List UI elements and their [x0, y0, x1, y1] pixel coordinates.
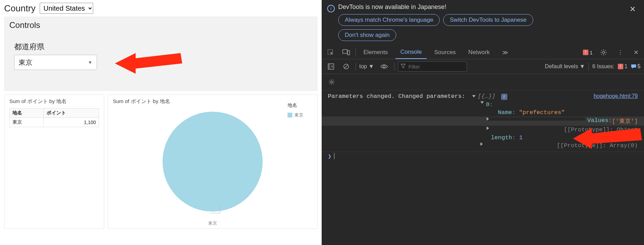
issues-label: 6 Issues: [592, 63, 614, 70]
svg-line-8 [344, 65, 348, 68]
expand-right-icon[interactable] [480, 142, 555, 146]
pie-caption: 東京 [208, 220, 217, 226]
info-icon: i [327, 5, 335, 12]
svg-rect-2 [343, 50, 347, 53]
message-icon [631, 64, 636, 69]
divider [394, 63, 394, 70]
table-header-name: 地名 [10, 109, 44, 118]
console-expand-row[interactable]: 0: [322, 101, 644, 109]
console-message-row: Parameters changed. Changed parameters: … [322, 92, 644, 101]
console-output[interactable]: Parameters changed. Changed parameters: … [322, 90, 644, 245]
info-banner-text: DevTools is now available in Japanese! [338, 3, 623, 11]
filter-icon [401, 64, 406, 69]
close-icon[interactable]: ✕ [627, 3, 638, 15]
devtools-close-icon[interactable]: ✕ [631, 47, 641, 58]
issues-indicator[interactable]: 6 Issues: !1 5 [592, 63, 641, 70]
device-icon[interactable] [340, 47, 353, 58]
pie-card: Sum of ポイント by 地名 東京 地名 東京 [108, 94, 318, 229]
country-row: Country United States [0, 0, 322, 16]
pie-title: Sum of ポイント by 地名 [113, 98, 312, 105]
switch-japanese-button[interactable]: Switch DevTools to Japanese [443, 14, 533, 26]
table-title: Sum of ポイント by 地名 [9, 98, 99, 105]
legend-label: 東京 [294, 112, 303, 118]
sidebar-toggle-icon[interactable] [325, 61, 337, 72]
tab-sources[interactable]: Sources [429, 46, 460, 59]
pie-legend: 地名 東京 [287, 102, 303, 118]
context-selector[interactable]: top ▼ [359, 63, 374, 70]
tab-elements[interactable]: Elements [359, 46, 393, 59]
divider [355, 63, 356, 70]
pie-leader-line [211, 204, 220, 213]
cell-name: 東京 [10, 118, 44, 127]
clear-console-icon[interactable] [340, 61, 352, 72]
console-prompt[interactable]: ❯ [322, 152, 644, 161]
expand-right-icon[interactable] [487, 126, 562, 130]
pie-chart [163, 112, 263, 212]
visuals-row: Sum of ポイント by 地名 地名 ポイント 東京 1,100 Sum o… [4, 94, 318, 229]
prefecture-dropdown[interactable]: 東京 ▼ [14, 55, 97, 70]
cell-points: 1,100 [43, 118, 99, 127]
console-proto-row[interactable]: [[Prototype]]: Array(0) [322, 142, 644, 150]
error-icon: ! [618, 64, 623, 69]
table-card: Sum of ポイント by 地名 地名 ポイント 東京 1,100 [4, 94, 104, 229]
console-settings-row [322, 74, 644, 90]
legend-swatch [287, 113, 292, 118]
chevron-down-icon: ▼ [88, 60, 92, 65]
svg-point-4 [603, 51, 605, 53]
controls-title: Controls [4, 17, 317, 32]
console-proto-row[interactable]: [[Prototype]]: Object [322, 126, 644, 134]
prefecture-value: 東京 [19, 58, 32, 67]
info-icon[interactable]: i [501, 94, 507, 100]
expand-down-icon[interactable] [480, 101, 484, 104]
pie-wrap [113, 108, 312, 218]
expand-right-icon[interactable] [487, 117, 585, 121]
table-row: 東京 1,100 [10, 118, 99, 127]
svg-point-10 [331, 81, 332, 83]
prefecture-control: 都道府県 東京 ▼ [14, 42, 317, 70]
eye-icon[interactable] [378, 62, 391, 71]
info-content: DevTools is now available in Japanese! A… [338, 3, 623, 44]
legend-item: 東京 [287, 112, 303, 118]
tab-network[interactable]: Network [464, 46, 495, 59]
dont-show-button[interactable]: Don't show again [338, 29, 396, 41]
gear-icon[interactable] [597, 47, 610, 58]
controls-panel: Controls 都道府県 東京 ▼ [4, 17, 318, 91]
console-prop-row-highlighted[interactable]: Values: ['東京'] [322, 116, 644, 126]
devtools-panel: i DevTools is now available in Japanese!… [322, 0, 644, 245]
prefecture-label: 都道府県 [14, 42, 317, 52]
cursor [334, 153, 334, 159]
tab-more[interactable]: ≫ [497, 46, 513, 59]
expand-down-icon[interactable] [472, 95, 476, 98]
error-indicator[interactable]: ! 1 [583, 50, 593, 55]
error-count: 1 [590, 50, 593, 55]
always-match-button[interactable]: Always match Chrome's language [338, 14, 440, 26]
inspect-icon[interactable] [324, 47, 337, 58]
console-prop-row: length: 1 [322, 134, 644, 142]
table-header-points: ポイント [43, 109, 99, 118]
divider [588, 63, 589, 70]
svg-point-9 [383, 65, 385, 68]
gear-icon[interactable] [326, 77, 640, 87]
divider [355, 49, 356, 56]
legend-title: 地名 [287, 102, 303, 109]
devtools-tabs: Elements Console Sources Network ≫ ! 1 ⋮… [322, 44, 644, 59]
svg-rect-3 [348, 51, 350, 55]
tab-console[interactable]: Console [396, 46, 427, 59]
devtools-info-bar: i DevTools is now available in Japanese!… [322, 0, 644, 44]
data-table: 地名 ポイント 東京 1,100 [9, 108, 99, 127]
filter-input[interactable] [398, 61, 467, 72]
console-toolbar: top ▼ Default levels ▼ 6 Issues: !1 5 [322, 59, 644, 74]
kebab-icon[interactable]: ⋮ [615, 47, 626, 58]
console-prop-row: Name: "prefectures" [322, 109, 644, 116]
levels-selector[interactable]: Default levels ▼ [545, 63, 585, 70]
svg-rect-6 [328, 64, 330, 69]
error-icon: ! [583, 50, 588, 55]
filter-wrap [398, 61, 467, 72]
country-select[interactable]: United States [40, 3, 93, 14]
chevron-right-icon: ❯ [328, 153, 331, 160]
country-label: Country [4, 3, 36, 14]
source-link[interactable]: hogehoge.html:79 [594, 93, 638, 99]
app-left-panel: Country United States Controls 都道府県 東京 ▼… [0, 0, 322, 245]
